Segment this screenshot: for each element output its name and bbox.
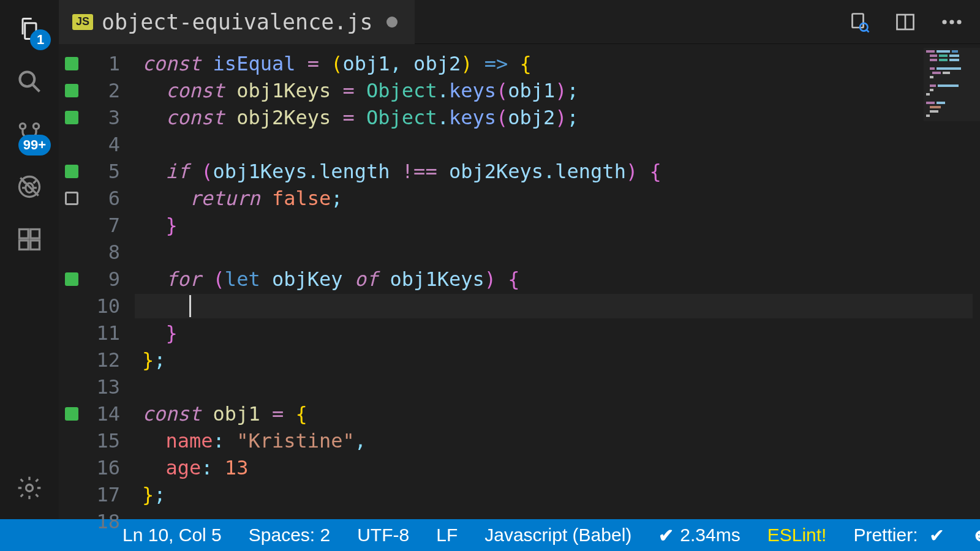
status-indent[interactable]: Spaces: 2 [249,525,330,545]
activity-settings[interactable] [12,470,47,506]
svg-rect-14 [31,241,40,250]
code-line[interactable]: age: 13 [142,454,980,481]
svg-point-0 [20,72,34,86]
gutter-markers [59,44,85,519]
explorer-badge: 1 [30,29,51,50]
code-line[interactable]: }; [142,481,980,508]
status-language[interactable]: Javascript (Babel) [484,525,631,545]
editor[interactable]: 123456789101112131415161718 const isEqua… [59,44,980,519]
status-prettier[interactable]: Prettier: ✔ [853,525,944,546]
tab-active[interactable]: JS object-equivalence.js [59,0,415,44]
svg-point-2 [20,124,25,129]
split-editor-icon[interactable] [893,10,918,34]
dirty-indicator-icon [386,17,398,28]
code-line[interactable] [142,508,980,519]
code-line[interactable] [142,131,980,158]
svg-point-3 [33,124,39,129]
code-line[interactable]: const obj1Keys = Object.keys(obj1); [142,77,980,104]
status-feedback-icon[interactable]: ☻ [971,525,980,545]
svg-point-23 [949,20,954,24]
status-encoding[interactable]: UTF-8 [357,525,409,545]
code-line[interactable]: const isEqual = (obj1, obj2) => { [142,50,980,77]
svg-point-24 [957,20,961,24]
svg-rect-17 [853,13,864,28]
code-line[interactable]: name: "Kristine", [142,427,980,454]
code-line[interactable]: for (let objKey of obj1Keys) { [142,266,980,293]
svg-point-16 [26,485,33,492]
code-area[interactable]: const isEqual = (obj1, obj2) => { const … [135,44,980,519]
status-eslint[interactable]: ESLint! [767,525,827,545]
tab-filename: object-equivalence.js [102,10,373,34]
js-file-icon: JS [72,14,93,30]
activity-extensions[interactable] [12,222,47,257]
status-bar: Ln 10, Col 5 Spaces: 2 UTF-8 LF Javascri… [0,519,980,551]
activity-source-control[interactable]: 99+ [12,116,47,152]
tab-bar: JS object-equivalence.js [59,0,980,44]
code-line[interactable] [142,293,980,320]
code-line[interactable]: const obj2Keys = Object.keys(obj2); [142,104,980,131]
status-position[interactable]: Ln 10, Col 5 [123,525,222,545]
scm-badge: 99+ [18,135,51,156]
code-line[interactable]: const obj1 = { [142,400,980,427]
code-line[interactable]: }; [142,347,980,373]
activity-search[interactable] [12,64,47,99]
more-actions-icon[interactable] [940,10,964,34]
svg-point-22 [942,20,946,24]
activity-debug[interactable] [12,169,47,204]
status-eol[interactable]: LF [436,525,458,545]
status-prettier-label: Prettier: [853,525,918,545]
open-changes-icon[interactable] [846,10,871,34]
code-line[interactable] [142,373,980,400]
code-line[interactable]: } [142,212,980,239]
svg-line-8 [33,181,36,184]
activity-bar: 1 99+ [0,0,59,519]
code-line[interactable]: return false; [142,185,980,212]
code-line[interactable]: if (obj1Keys.length !== obj2Keys.length)… [142,158,980,185]
code-line[interactable] [142,239,980,266]
code-line[interactable]: } [142,320,980,347]
svg-line-1 [33,85,40,92]
activity-explorer[interactable]: 1 [12,11,47,47]
status-perf[interactable]: 2.34ms [658,525,740,546]
minimap[interactable] [924,48,980,121]
svg-rect-15 [31,230,40,239]
line-numbers-gutter: 123456789101112131415161718 [85,44,135,519]
svg-line-19 [867,29,869,32]
svg-rect-13 [20,241,29,250]
editor-group: JS object-equivalence.js [59,0,980,519]
svg-rect-12 [20,230,29,239]
